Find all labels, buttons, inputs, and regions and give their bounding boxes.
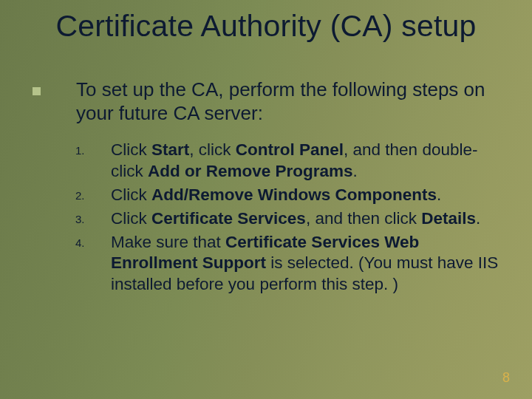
bullet-icon [33, 87, 41, 95]
slide: Certificate Authority (CA) setup To set … [0, 0, 532, 399]
list-item: 3. Click Certificate Services, and then … [75, 208, 505, 230]
step-number: 4. [75, 232, 111, 249]
lead-row: To set up the CA, perform the following … [31, 78, 505, 125]
list-item: 4. Make sure that Certificate Services W… [75, 232, 505, 296]
step-number: 2. [75, 185, 111, 202]
step-number: 1. [75, 140, 111, 157]
list-item: 2. Click Add/Remove Windows Components. [75, 185, 505, 206]
list-item: 1. Click Start, click Control Panel, and… [75, 140, 505, 183]
slide-body: To set up the CA, perform the following … [31, 78, 505, 298]
slide-title: Certificate Authority (CA) setup [0, 9, 532, 44]
lead-text: To set up the CA, perform the following … [76, 78, 505, 125]
step-number: 3. [75, 208, 111, 225]
step-text: Make sure that Certificate Services Web … [111, 232, 505, 296]
step-text: Click Add/Remove Windows Components. [111, 185, 441, 206]
page-number: 8 [502, 370, 510, 386]
steps-list: 1. Click Start, click Control Panel, and… [75, 140, 505, 296]
step-text: Click Start, click Control Panel, and th… [111, 140, 505, 183]
step-text: Click Certificate Services, and then cli… [111, 208, 480, 230]
